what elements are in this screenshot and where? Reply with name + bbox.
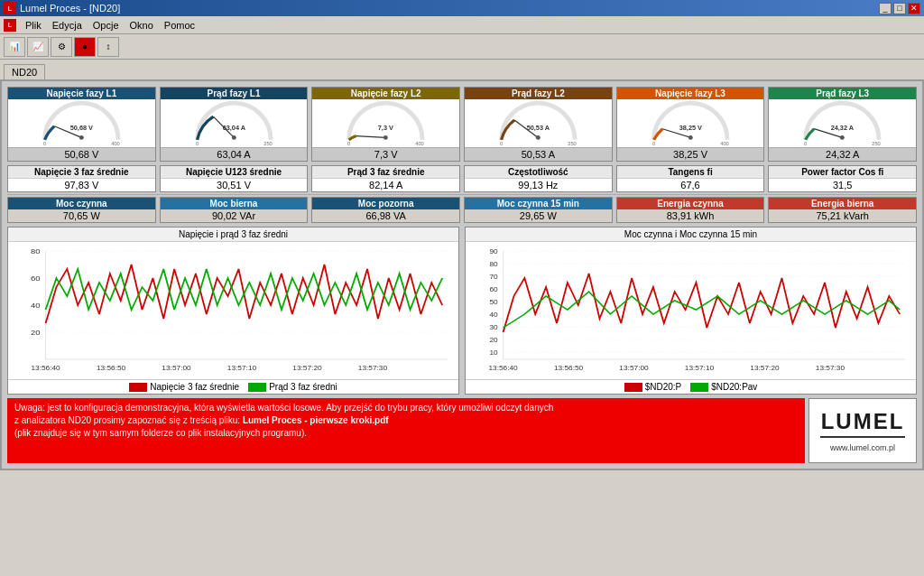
- svg-text:20: 20: [489, 337, 497, 344]
- app-icon: L: [4, 2, 16, 14]
- svg-text:70: 70: [489, 274, 497, 281]
- svg-text:0: 0: [500, 141, 503, 146]
- stat-value-4: 67,6: [617, 179, 764, 191]
- power-box-4: Energia czynna 83,91 kWh: [616, 197, 765, 223]
- notice-bold: Lumel Proces - pierwsze kroki.pdf: [243, 415, 389, 425]
- gauge-napięcie-fazy-l1: Napięcie fazy L1 50,68 V 0 400 50,68 V: [7, 87, 156, 162]
- tab-nd20[interactable]: ND20: [4, 64, 45, 79]
- svg-text:20: 20: [31, 329, 41, 337]
- gauges-row: Napięcie fazy L1 50,68 V 0 400 50,68 V: [7, 87, 917, 162]
- toolbar: 📊 📈 ⚙ ● ↕: [0, 34, 924, 60]
- svg-text:13:56:40: 13:56:40: [488, 365, 517, 372]
- legend-label-prąd: Prąd 3 faz średni: [269, 382, 337, 392]
- svg-text:0: 0: [804, 141, 807, 146]
- stat-value-2: 82,14 A: [312, 179, 459, 191]
- svg-text:250: 250: [568, 141, 577, 146]
- stat-label-3: Częstotliwość: [465, 166, 612, 179]
- gauge-svg-2: 7,3 V 0 400: [312, 99, 459, 147]
- maximize-button[interactable]: □: [893, 3, 906, 14]
- chart-area-2: 90 80 70 60 50 40 30 20 10 13:56:40 13:5…: [466, 242, 916, 379]
- legend-label-pav: $ND20:Pav: [711, 382, 757, 392]
- svg-text:400: 400: [720, 141, 729, 146]
- stat-box-0: Napięcie 3 faz średnie 97,83 V: [7, 165, 156, 192]
- chart-legend-2: $ND20:P $ND20:Pav: [466, 379, 916, 394]
- svg-text:40: 40: [489, 311, 497, 319]
- gauge-svg-0: 50,68 V 0 400: [8, 99, 155, 147]
- stat-label-1: Napięcie U123 średnie: [161, 166, 308, 179]
- svg-point-11: [383, 135, 388, 140]
- lumel-logo: LUMEL www.lumel.com.pl: [808, 398, 917, 463]
- stat-box-1: Napięcie U123 średnie 30,51 V: [160, 165, 309, 192]
- gauge-body-2: 7,3 V 0 400 7,3 V: [312, 99, 459, 161]
- svg-text:38,25 V: 38,25 V: [679, 124, 701, 132]
- power-value-4: 83,91 kWh: [617, 209, 764, 222]
- toolbar-btn-1[interactable]: 📊: [4, 37, 25, 57]
- svg-text:50,53 A: 50,53 A: [527, 124, 550, 132]
- menu-item-edycja[interactable]: Edycja: [47, 19, 88, 32]
- svg-text:13:57:00: 13:57:00: [619, 365, 648, 372]
- minimize-button[interactable]: _: [879, 3, 892, 14]
- stat-label-5: Power factor Cos fi: [769, 166, 916, 179]
- gauge-napięcie-fazy-l3: Napięcie fazy L3 38,25 V 0 400 38,25 V: [616, 87, 765, 162]
- menu-item-pomoc[interactable]: Pomoc: [159, 19, 200, 32]
- notice-line3: (plik znajduje się w tym samym folderze …: [14, 428, 307, 438]
- svg-text:60: 60: [489, 286, 497, 293]
- gauge-body-4: 38,25 V 0 400 38,25 V: [617, 99, 764, 161]
- gauge-body-0: 50,68 V 0 400 50,68 V: [8, 99, 155, 161]
- power-box-0: Moc czynna 70,65 W: [7, 197, 156, 223]
- power-value-0: 70,65 W: [8, 209, 155, 222]
- svg-text:13:56:50: 13:56:50: [554, 365, 583, 372]
- svg-point-16: [536, 135, 541, 140]
- gauge-value-3: 50,53 A: [465, 147, 612, 161]
- gauge-prąd-fazy-l2: Prąd fazy L2 50,53 A 0 250 50,53 A: [464, 87, 613, 162]
- notice-line1: Uwaga: jest to konfiguracja demonstracyj…: [14, 403, 553, 413]
- svg-text:60: 60: [31, 274, 41, 283]
- gauge-svg-1: 63,04 A 0 250: [161, 99, 308, 147]
- gauge-svg-5: 24,32 A 0 250: [769, 99, 916, 147]
- notice-bar: Uwaga: jest to konfiguracja demonstracyj…: [7, 398, 917, 463]
- app-title: Lumel Proces - [ND20]: [20, 3, 120, 14]
- gauge-svg-3: 50,53 A 0 250: [465, 99, 612, 147]
- gauge-header-2: Napięcie fazy L2: [312, 88, 459, 99]
- power-row: Moc czynna 70,65 W Moc bierna 90,02 VAr …: [7, 197, 917, 223]
- gauge-header-5: Prąd fazy L3: [769, 88, 916, 99]
- stat-value-0: 97,83 V: [8, 179, 155, 191]
- power-label-1: Moc bierna: [161, 198, 308, 209]
- svg-text:0: 0: [43, 141, 46, 146]
- svg-text:63,04 A: 63,04 A: [222, 124, 245, 132]
- stat-value-3: 99,13 Hz: [465, 179, 612, 191]
- chart-panel-1: Napięcie i prąd 3 faz średni 80 60 40: [7, 227, 459, 395]
- notice-line2: z analizatora ND20 prosimy zapoznać się …: [14, 415, 389, 425]
- stat-box-3: Częstotliwość 99,13 Hz: [464, 165, 613, 192]
- svg-text:13:57:10: 13:57:10: [227, 365, 256, 372]
- stat-box-2: Prąd 3 faz średnie 82,14 A: [311, 165, 460, 192]
- power-label-0: Moc czynna: [8, 198, 155, 209]
- stats-row: Napięcie 3 faz średnie 97,83 V Napięcie …: [7, 165, 917, 192]
- title-bar: L Lumel Proces - [ND20] _ □ ✕: [0, 0, 924, 16]
- power-label-5: Energia bierna: [769, 198, 916, 209]
- toolbar-btn-4[interactable]: ●: [74, 37, 96, 57]
- power-label-2: Moc pozorna: [312, 198, 459, 209]
- legend-item-p: $ND20:P: [624, 382, 682, 392]
- gauge-value-0: 50,68 V: [8, 147, 155, 161]
- menu-item-plik[interactable]: Plik: [20, 19, 47, 32]
- menu-item-opcje[interactable]: Opcje: [88, 19, 125, 32]
- chart-panel-2: Moc czynna i Moc czynna 15 min: [465, 227, 917, 395]
- legend-color-red-2: [624, 383, 642, 392]
- power-label-3: Moc czynna 15 min: [465, 198, 612, 209]
- gauge-body-3: 50,53 A 0 250 50,53 A: [465, 99, 612, 161]
- svg-text:7,3 V: 7,3 V: [378, 124, 393, 132]
- svg-text:13:56:40: 13:56:40: [31, 365, 60, 372]
- gauge-svg-4: 38,25 V 0 400: [617, 99, 764, 147]
- close-button[interactable]: ✕: [908, 3, 920, 14]
- toolbar-btn-5[interactable]: ↕: [97, 37, 119, 57]
- toolbar-btn-2[interactable]: 📈: [27, 37, 49, 57]
- power-label-4: Energia czynna: [617, 198, 764, 209]
- legend-color-green: [248, 383, 266, 392]
- gauge-header-4: Napięcie fazy L3: [617, 88, 764, 99]
- charts-row: Napięcie i prąd 3 faz średni 80 60 40: [7, 227, 917, 395]
- menu-item-okno[interactable]: Okno: [125, 19, 159, 32]
- power-value-3: 29,65 W: [465, 209, 612, 222]
- svg-text:80: 80: [31, 247, 41, 255]
- toolbar-btn-3[interactable]: ⚙: [51, 37, 72, 57]
